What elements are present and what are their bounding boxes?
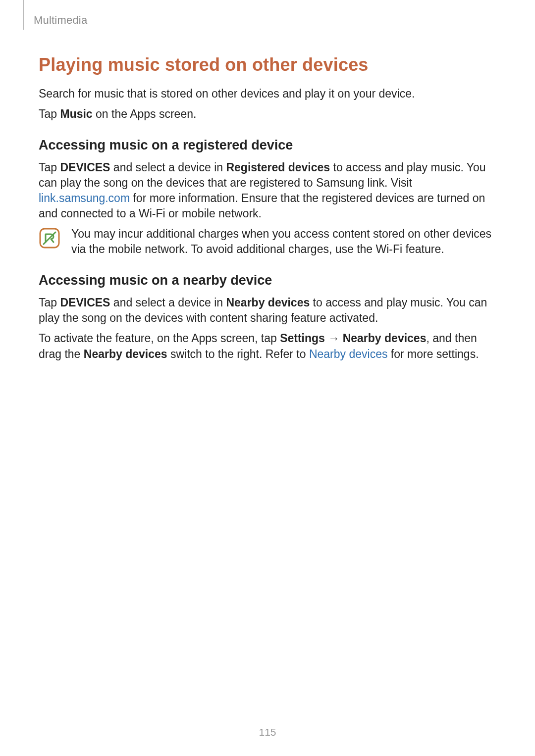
text-bold-nearby-devices: Nearby devices [343, 332, 427, 345]
text: Tap [39, 161, 60, 174]
section-label: Multimedia [34, 14, 496, 27]
intro-paragraph-1: Search for music that is stored on other… [39, 86, 496, 101]
note-callout: You may incur additional charges when yo… [39, 226, 496, 257]
text: To activate the feature, on the Apps scr… [39, 332, 280, 345]
text: and select a device in [110, 161, 226, 174]
text: and select a device in [110, 296, 226, 309]
text-bold-nearby-devices-switch: Nearby devices [84, 348, 167, 360]
nearby-paragraph-1: Tap DEVICES and select a device in Nearb… [39, 295, 496, 326]
text-bold-nearby-devices: Nearby devices [226, 296, 310, 309]
page-number: 115 [0, 726, 535, 738]
text-bold-music: Music [60, 107, 92, 120]
link-nearby-devices[interactable]: Nearby devices [309, 348, 388, 360]
page-content: Multimedia Playing music stored on other… [0, 0, 535, 362]
link-samsung[interactable]: link.samsung.com [39, 192, 130, 204]
header-divider [23, 0, 24, 30]
text-bold-devices: DEVICES [60, 161, 110, 174]
text: for more settings. [387, 348, 479, 360]
text: Tap [39, 296, 60, 309]
nearby-paragraph-2: To activate the feature, on the Apps scr… [39, 331, 496, 361]
text: Tap [39, 107, 60, 120]
note-text: You may incur additional charges when yo… [71, 226, 496, 257]
text: switch to the right. Refer to [167, 348, 309, 360]
subheading-nearby: Accessing music on a nearby device [39, 273, 496, 288]
subheading-registered: Accessing music on a registered device [39, 138, 496, 153]
registered-paragraph: Tap DEVICES and select a device in Regis… [39, 160, 496, 221]
page-title: Playing music stored on other devices [39, 54, 496, 75]
text-bold-registered-devices: Registered devices [226, 161, 330, 174]
text-bold-settings: Settings [280, 332, 325, 345]
text-bold-devices: DEVICES [60, 296, 110, 309]
arrow-icon: → [325, 332, 343, 345]
intro-paragraph-2: Tap Music on the Apps screen. [39, 106, 496, 122]
text: on the Apps screen. [93, 107, 197, 120]
note-icon [39, 227, 60, 251]
